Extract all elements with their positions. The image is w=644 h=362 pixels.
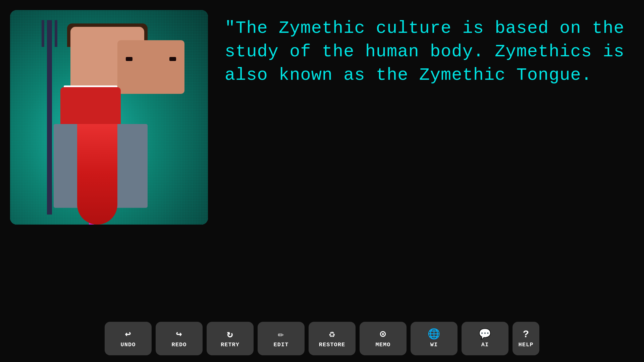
quote-text: "The Zymethic culture is based on the st… [225, 17, 627, 87]
weapon-top [42, 20, 57, 47]
wi-icon: 🌐 [428, 329, 440, 340]
help-label: HELP [519, 342, 534, 348]
memo-icon: ⊙ [380, 329, 386, 340]
undo-button[interactable]: ↩ UNDO [105, 322, 152, 355]
memo-button[interactable]: ⊙ MEMO [360, 322, 407, 355]
restore-icon: ♻ [329, 329, 335, 340]
retry-button[interactable]: ↻ RETRY [207, 322, 254, 355]
character-eye-right [169, 57, 176, 61]
redo-button[interactable]: ↪ REDO [156, 322, 203, 355]
character-face [117, 40, 184, 94]
weapon-staff [47, 20, 52, 215]
character-tongue [77, 124, 117, 225]
undo-label: UNDO [121, 342, 136, 348]
restore-label: RESTORE [319, 342, 345, 348]
ai-label: AI [481, 342, 489, 348]
restore-button[interactable]: ♻ RESTORE [309, 322, 356, 355]
redo-label: REDO [172, 342, 187, 348]
text-panel: "The Zymethic culture is based on the st… [221, 10, 634, 310]
help-button[interactable]: ? HELP [513, 322, 539, 355]
edit-label: EDIT [274, 342, 289, 348]
pixel-art-canvas [10, 10, 208, 225]
ai-icon: 💬 [479, 329, 491, 340]
character-head [70, 27, 144, 94]
character-image [10, 10, 208, 225]
character-sprite [27, 20, 188, 215]
ai-button[interactable]: 💬 AI [462, 322, 508, 355]
edit-button[interactable]: ✏ EDIT [258, 322, 305, 355]
character-eye-left [126, 57, 132, 61]
wi-label: WI [430, 342, 438, 348]
toolbar: ↩ UNDO ↪ REDO ↻ RETRY ✏ EDIT ♻ RESTORE ⊙… [0, 317, 644, 362]
retry-label: RETRY [221, 342, 239, 348]
retry-icon: ↻ [227, 329, 233, 340]
main-content: "The Zymethic culture is based on the st… [0, 0, 644, 317]
redo-icon: ↪ [176, 329, 182, 340]
edit-icon: ✏ [278, 329, 284, 340]
undo-icon: ↩ [125, 329, 131, 340]
memo-label: MEMO [376, 342, 391, 348]
wi-button[interactable]: 🌐 WI [411, 322, 458, 355]
help-icon: ? [523, 329, 529, 340]
